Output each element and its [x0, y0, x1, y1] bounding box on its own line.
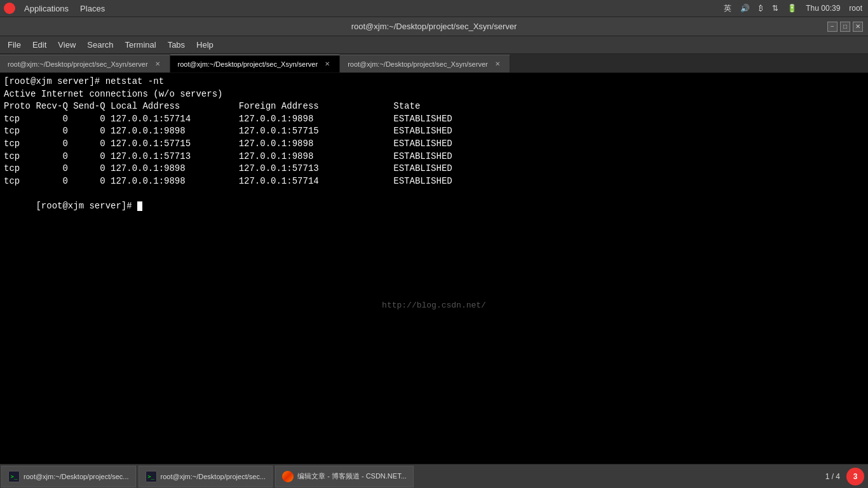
terminal-line-2: Active Internet connections (w/o servers…	[4, 88, 864, 101]
taskbar-item-1-label: root@xjm:~/Desktop/project/sec...	[24, 473, 129, 480]
terminal-window: root@xjm:~/Desktop/project/sec_Xsyn/serv…	[0, 17, 868, 488]
menu-bar: File Edit View Search Terminal Tabs Help	[0, 36, 868, 54]
taskbar-item-1[interactable]: >_ root@xjm:~/Desktop/project/sec...	[1, 466, 136, 487]
taskbar-firefox-icon	[282, 471, 294, 482]
system-bar-left: Applications Places	[4, 3, 110, 15]
terminal-cursor	[137, 201, 142, 211]
terminal-line-9: tcp 0 0 127.0.0.1:9898 127.0.0.1:57714 E…	[4, 175, 864, 188]
tab-3-label: root@xjm:~/Desktop/project/sec_Xsyn/serv…	[348, 60, 488, 68]
terminal-line-3: Proto Recv-Q Send-Q Local Address Foreig…	[4, 100, 864, 113]
menu-tabs[interactable]: Tabs	[163, 38, 190, 51]
taskbar: >_ root@xjm:~/Desktop/project/sec... >_ …	[0, 464, 868, 488]
close-button[interactable]: ✕	[853, 22, 863, 32]
places-menu[interactable]: Places	[75, 3, 110, 15]
title-bar: root@xjm:~/Desktop/project/sec_Xsyn/serv…	[0, 17, 868, 36]
menu-view[interactable]: View	[53, 38, 81, 51]
volume-icon[interactable]: 🔊	[738, 4, 752, 13]
terminal-content[interactable]: [root@xjm server]# netstat -nt Active In…	[0, 73, 868, 488]
terminal-line-6: tcp 0 0 127.0.0.1:57715 127.0.0.1:9898 E…	[4, 138, 864, 151]
maximize-button[interactable]: □	[840, 22, 850, 32]
menu-help[interactable]: Help	[191, 38, 219, 51]
watermark: http://blog.csdn.net/	[382, 301, 486, 310]
terminal-line-4: tcp 0 0 127.0.0.1:57714 127.0.0.1:9898 E…	[4, 113, 864, 126]
taskbar-item-3[interactable]: 编辑文章 - 博客频道 - CSDN.NET...	[275, 466, 414, 487]
taskbar-terminal-icon-2: >_	[146, 471, 157, 482]
tab-3[interactable]: root@xjm:~/Desktop/project/sec_Xsyn/serv…	[340, 55, 510, 72]
system-bar-right: 英 🔊 ₿ ⇅ 🔋 Thu 00:39 root	[722, 3, 864, 14]
window-title: root@xjm:~/Desktop/project/sec_Xsyn/serv…	[351, 22, 517, 31]
tab-1-label: root@xjm:~/Desktop/project/sec_Xsyn/serv…	[8, 60, 148, 68]
tab-1[interactable]: root@xjm:~/Desktop/project/sec_Xsyn/serv…	[0, 55, 170, 72]
battery-icon[interactable]: 🔋	[785, 4, 799, 13]
minimize-button[interactable]: −	[827, 22, 837, 32]
menu-search[interactable]: Search	[82, 38, 118, 51]
terminal-line-5: tcp 0 0 127.0.0.1:9898 127.0.0.1:57715 E…	[4, 125, 864, 138]
applications-menu[interactable]: Applications	[19, 3, 74, 15]
tab-3-close[interactable]: ✕	[493, 60, 502, 68]
terminal-prompt: [root@xjm server]#	[36, 201, 137, 211]
tab-1-close[interactable]: ✕	[153, 60, 162, 68]
tab-2[interactable]: root@xjm:~/Desktop/project/sec_Xsyn/serv…	[170, 55, 341, 72]
bluetooth-icon[interactable]: ₿	[757, 4, 765, 13]
language-indicator[interactable]: 英	[722, 3, 733, 14]
menu-terminal[interactable]: Terminal	[120, 38, 161, 51]
page-indicator: 1 / 4	[819, 472, 846, 481]
menu-file[interactable]: File	[3, 38, 26, 51]
taskbar-terminal-icon-1: >_	[8, 471, 20, 482]
user-label: root	[847, 4, 864, 13]
terminal-prompt-line: [root@xjm server]#	[4, 187, 864, 225]
tab-2-close[interactable]: ✕	[323, 60, 332, 68]
taskbar-item-2-label: root@xjm:~/Desktop/project/sec...	[161, 473, 266, 480]
terminal-line-1: [root@xjm server]# netstat -nt	[4, 76, 864, 88]
taskbar-item-2[interactable]: >_ root@xjm:~/Desktop/project/sec...	[139, 466, 273, 487]
system-bar: Applications Places 英 🔊 ₿ ⇅ 🔋 Thu 00:39 …	[0, 0, 868, 17]
notification-button[interactable]: 3	[846, 468, 864, 485]
terminal-line-7: tcp 0 0 127.0.0.1:57713 127.0.0.1:9898 E…	[4, 151, 864, 163]
taskbar-item-3-label: 编辑文章 - 博客频道 - CSDN.NET...	[297, 471, 407, 481]
window-controls: − □ ✕	[827, 22, 863, 32]
menu-edit[interactable]: Edit	[27, 38, 51, 51]
network-icon[interactable]: ⇅	[770, 4, 780, 13]
terminal-line-8: tcp 0 0 127.0.0.1:9898 127.0.0.1:57713 E…	[4, 163, 864, 175]
applications-icon	[4, 3, 15, 14]
tabs-bar: root@xjm:~/Desktop/project/sec_Xsyn/serv…	[0, 54, 868, 73]
clock: Thu 00:39	[804, 4, 842, 13]
tab-2-label: root@xjm:~/Desktop/project/sec_Xsyn/serv…	[178, 60, 318, 68]
